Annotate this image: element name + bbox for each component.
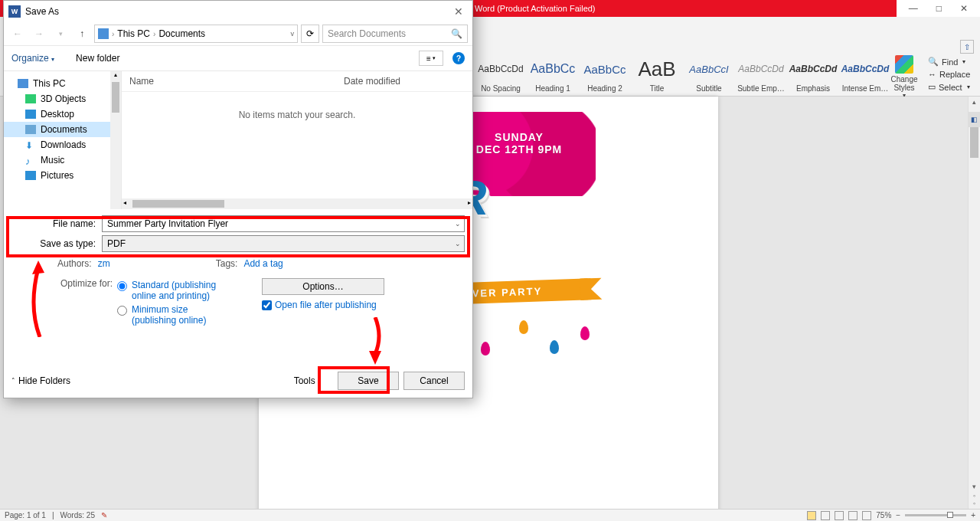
- navpane-item-pictures[interactable]: Pictures: [4, 168, 121, 183]
- file-list: Name Date modified No items match your s…: [122, 71, 472, 209]
- find-icon: 🔍: [928, 57, 939, 67]
- open-after-checkbox[interactable]: Open file after publishing: [262, 300, 384, 310]
- scroll-up-icon[interactable]: ▴: [969, 98, 980, 106]
- file-list-header[interactable]: Name Date modified: [122, 71, 472, 92]
- select-icon: ▭: [928, 82, 936, 92]
- navpane-item-music[interactable]: ♪Music: [4, 152, 121, 168]
- chevron-down-icon[interactable]: ⌄: [455, 240, 461, 247]
- tools-dropdown[interactable]: Tools ▾: [294, 375, 321, 386]
- chevron-right-icon: ›: [112, 30, 114, 38]
- word-icon: W: [8, 5, 21, 18]
- proofing-icon[interactable]: ✎: [101, 511, 107, 519]
- app-title: Word (Product Activation Failed): [475, 4, 596, 13]
- optimize-minimum-radio[interactable]: Minimum size (publishing online): [117, 303, 231, 327]
- filename-label: File name:: [11, 218, 102, 229]
- navigation-pane: This PC 3D ObjectsDesktopDocuments⬇Downl…: [4, 71, 122, 209]
- optimize-standard-radio[interactable]: Standard (publishing online and printing…: [117, 278, 231, 303]
- search-icon: 🔍: [451, 28, 462, 39]
- style-subtitle[interactable]: AaBbCcISubtitle: [683, 55, 735, 93]
- address-dropdown-icon[interactable]: v: [291, 30, 295, 38]
- nav-back-icon: ←: [8, 25, 27, 43]
- zoom-level[interactable]: 75%: [876, 511, 891, 519]
- tags-value[interactable]: Add a tag: [243, 258, 283, 269]
- nav-up-icon[interactable]: ↑: [73, 25, 91, 43]
- view-web-icon[interactable]: [835, 511, 844, 520]
- navpane-item-desktop[interactable]: Desktop: [4, 106, 121, 122]
- window-close-icon[interactable]: ✕: [960, 3, 968, 14]
- style-subtle-emp-[interactable]: AaBbCcDdSubtle Emp…: [735, 55, 787, 93]
- navpane-this-pc[interactable]: This PC: [4, 76, 121, 91]
- view-print-icon[interactable]: [821, 511, 830, 520]
- window-minimize-icon[interactable]: —: [909, 3, 918, 14]
- navpane-item-downloads[interactable]: ⬇Downloads: [4, 137, 121, 152]
- share-icon[interactable]: ⇧: [960, 40, 974, 54]
- nav-forward-icon: →: [30, 25, 48, 43]
- navpane-item-documents[interactable]: Documents: [4, 122, 121, 137]
- style-heading-1[interactable]: AaBbCcHeading 1: [527, 55, 579, 93]
- filetype-label: Save as type:: [11, 238, 102, 249]
- dialog-toolbar: Organize ▾ New folder ≡ ▾ ?: [4, 45, 472, 71]
- filetype-dropdown[interactable]: PDF ⌄: [102, 235, 465, 252]
- navpane-scrollbar[interactable]: ▴: [110, 71, 121, 209]
- side-panel-toggle[interactable]: ◧: [968, 112, 980, 127]
- styles-gallery[interactable]: AaBbCcDdNo SpacingAaBbCcHeading 1AaBbCcH…: [475, 55, 891, 93]
- status-page[interactable]: Page: 1 of 1: [5, 511, 46, 519]
- scroll-down-icon[interactable]: ▾: [969, 483, 980, 490]
- hide-folders-button[interactable]: ˄Hide Folders: [11, 375, 70, 386]
- dialog-title: Save As: [25, 6, 59, 17]
- next-page-icon[interactable]: ◦: [969, 500, 980, 507]
- folder-icon: [25, 125, 36, 134]
- downloads-icon: ⬇: [25, 140, 36, 149]
- new-folder-button[interactable]: New folder: [76, 53, 119, 64]
- nav-recent-icon[interactable]: ▾: [51, 25, 70, 43]
- folder-icon: [25, 94, 36, 103]
- style-title[interactable]: AaBTitle: [631, 55, 683, 93]
- zoom-out-icon[interactable]: −: [896, 511, 900, 519]
- cancel-button[interactable]: Cancel: [403, 372, 465, 390]
- chevron-right-icon: ›: [153, 30, 155, 38]
- help-icon[interactable]: ?: [452, 52, 465, 64]
- pc-icon: [18, 79, 28, 88]
- options-button[interactable]: Options…: [262, 278, 384, 295]
- find-button[interactable]: 🔍Find▾: [928, 55, 970, 68]
- file-list-empty: No items match your search.: [122, 110, 472, 120]
- save-as-dialog: W Save As ✕ ← → ▾ ↑ › This PC › Document…: [3, 0, 473, 398]
- style-intense-em-[interactable]: AaBbCcDdIntense Em…: [839, 55, 891, 93]
- status-words[interactable]: Words: 25: [60, 511, 95, 519]
- breadcrumb-root[interactable]: This PC: [117, 28, 150, 39]
- style-no-spacing[interactable]: AaBbCcDdNo Spacing: [475, 55, 527, 93]
- navpane-item-3d-objects[interactable]: 3D Objects: [4, 91, 121, 106]
- style-heading-2[interactable]: AaBbCcHeading 2: [579, 55, 631, 93]
- save-button[interactable]: Save: [338, 372, 399, 390]
- window-restore-icon[interactable]: □: [936, 3, 942, 14]
- replace-icon: ↔: [928, 70, 936, 79]
- filename-input[interactable]: Summer Party Invitation Flyer ⌄: [102, 215, 465, 232]
- file-list-scrollbar[interactable]: ◂▸: [122, 198, 472, 209]
- vertical-scrollbar[interactable]: ▴ ▾ ◦ ◦: [968, 97, 980, 509]
- optimize-label: Optimize for:: [60, 278, 113, 327]
- select-button[interactable]: ▭Select▾: [928, 80, 970, 93]
- prev-page-icon[interactable]: ◦: [969, 492, 980, 500]
- view-draft-icon[interactable]: [862, 511, 871, 520]
- replace-button[interactable]: ↔Replace: [928, 68, 970, 80]
- address-bar[interactable]: › This PC › Documents v: [94, 25, 298, 43]
- view-read-icon[interactable]: [807, 511, 816, 520]
- view-outline-icon[interactable]: [848, 511, 858, 520]
- dialog-close-icon[interactable]: ✕: [449, 5, 468, 18]
- search-input[interactable]: Search Documents 🔍: [322, 25, 468, 43]
- dialog-nav: ← → ▾ ↑ › This PC › Documents v ⟳ Search…: [4, 22, 472, 45]
- view-mode-button[interactable]: ≡ ▾: [419, 51, 443, 66]
- column-date[interactable]: Date modified: [344, 76, 400, 87]
- zoom-in-icon[interactable]: +: [971, 511, 975, 519]
- organize-button[interactable]: Organize ▾: [11, 53, 54, 64]
- zoom-slider[interactable]: [905, 514, 966, 516]
- authors-value[interactable]: zm: [98, 258, 110, 269]
- breadcrumb-folder[interactable]: Documents: [158, 28, 205, 39]
- folder-icon: [25, 171, 36, 180]
- music-icon: ♪: [25, 156, 36, 165]
- style-emphasis[interactable]: AaBbCcDdEmphasis: [787, 55, 839, 93]
- chevron-down-icon[interactable]: ⌄: [455, 220, 461, 228]
- refresh-icon[interactable]: ⟳: [301, 25, 319, 43]
- change-styles-button[interactable]: Change Styles ▾: [888, 55, 920, 99]
- column-name[interactable]: Name: [129, 76, 344, 87]
